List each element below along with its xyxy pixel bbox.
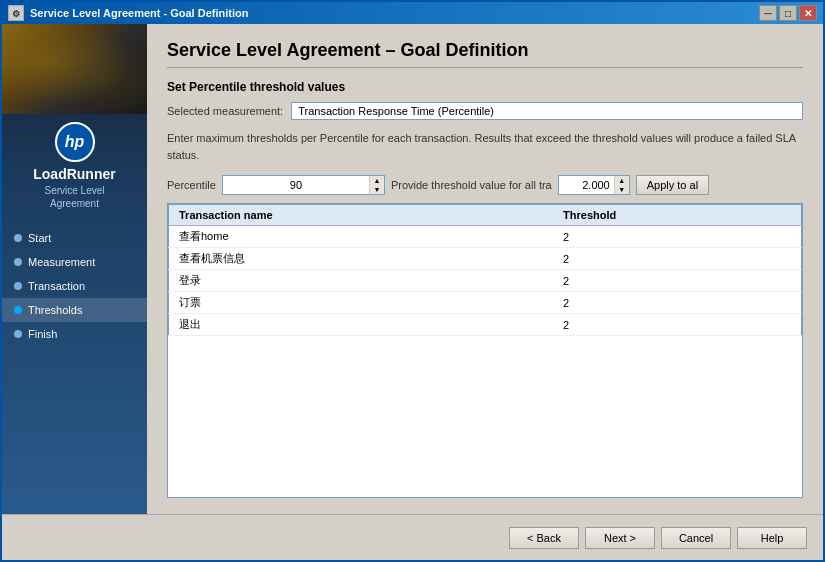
- footer: < Back Next > Cancel Help: [2, 514, 823, 560]
- table-row[interactable]: 查看机票信息2: [169, 248, 802, 270]
- title-bar-controls: ─ □ ✕: [759, 5, 817, 21]
- cell-threshold: 2: [553, 226, 801, 248]
- maximize-button[interactable]: □: [779, 5, 797, 21]
- sidebar: hp LoadRunner Service Level Agreement St…: [2, 24, 147, 514]
- sidebar-item-thresholds[interactable]: Thresholds: [2, 298, 147, 322]
- sidebar-item-measurement[interactable]: Measurement: [2, 250, 147, 274]
- col-header-threshold: Threshold: [553, 205, 801, 226]
- percentile-down-button[interactable]: ▼: [370, 185, 384, 194]
- measurement-row: Selected measurement: Transaction Respon…: [167, 102, 803, 120]
- help-button[interactable]: Help: [737, 527, 807, 549]
- threshold-spinner[interactable]: ▲ ▼: [558, 175, 630, 195]
- data-table: Transaction name Threshold 查看home2查看机票信息…: [168, 204, 802, 336]
- hp-logo: hp: [55, 122, 95, 162]
- section-title: Set Percentile threshold values: [167, 80, 803, 94]
- cell-transaction-name: 退出: [169, 314, 554, 336]
- threshold-spinner-buttons: ▲ ▼: [614, 176, 629, 194]
- table-container: Transaction name Threshold 查看home2查看机票信息…: [167, 203, 803, 498]
- back-button[interactable]: < Back: [509, 527, 579, 549]
- title-bar: ⚙ Service Level Agreement - Goal Definit…: [2, 2, 823, 24]
- window-body: hp LoadRunner Service Level Agreement St…: [2, 24, 823, 514]
- table-header-row: Transaction name Threshold: [169, 205, 802, 226]
- page-title: Service Level Agreement – Goal Definitio…: [167, 40, 803, 68]
- measurement-label: Selected measurement:: [167, 105, 283, 117]
- percentile-spinner-buttons: ▲ ▼: [369, 176, 384, 194]
- sidebar-brand: LoadRunner: [2, 166, 147, 182]
- measurement-value: Transaction Response Time (Percentile): [291, 102, 803, 120]
- window-title: Service Level Agreement - Goal Definitio…: [30, 7, 248, 19]
- nav-dot-thresholds: [14, 306, 22, 314]
- sidebar-item-label-start: Start: [28, 232, 51, 244]
- sidebar-item-finish[interactable]: Finish: [2, 322, 147, 346]
- cell-transaction-name: 订票: [169, 292, 554, 314]
- sidebar-image: [2, 24, 147, 114]
- threshold-up-button[interactable]: ▲: [615, 176, 629, 185]
- sidebar-item-label-thresholds: Thresholds: [28, 304, 82, 316]
- sidebar-item-label-measurement: Measurement: [28, 256, 95, 268]
- percentile-spinner[interactable]: ▲ ▼: [222, 175, 385, 195]
- next-button[interactable]: Next >: [585, 527, 655, 549]
- cell-threshold: 2: [553, 292, 801, 314]
- threshold-input[interactable]: [559, 177, 614, 193]
- percentile-label: Percentile: [167, 179, 216, 191]
- sidebar-subtitle: Service Level Agreement: [2, 184, 147, 210]
- cell-transaction-name: 登录: [169, 270, 554, 292]
- close-button[interactable]: ✕: [799, 5, 817, 21]
- nav-dot-start: [14, 234, 22, 242]
- sidebar-item-transaction[interactable]: Transaction: [2, 274, 147, 298]
- sidebar-item-start[interactable]: Start: [2, 226, 147, 250]
- threshold-down-button[interactable]: ▼: [615, 185, 629, 194]
- cell-threshold: 2: [553, 248, 801, 270]
- table-row[interactable]: 查看home2: [169, 226, 802, 248]
- sidebar-item-label-transaction: Transaction: [28, 280, 85, 292]
- cell-transaction-name: 查看机票信息: [169, 248, 554, 270]
- nav-dot-finish: [14, 330, 22, 338]
- cancel-button[interactable]: Cancel: [661, 527, 731, 549]
- apply-button[interactable]: Apply to al: [636, 175, 709, 195]
- minimize-button[interactable]: ─: [759, 5, 777, 21]
- cell-threshold: 2: [553, 314, 801, 336]
- controls-row: Percentile ▲ ▼ Provide threshold value f…: [167, 175, 803, 195]
- cell-threshold: 2: [553, 270, 801, 292]
- nav-dot-measurement: [14, 258, 22, 266]
- threshold-label: Provide threshold value for all tra: [391, 179, 552, 191]
- sidebar-item-label-finish: Finish: [28, 328, 57, 340]
- sidebar-nav: Start Measurement Transaction Thresholds…: [2, 226, 147, 346]
- nav-dot-transaction: [14, 282, 22, 290]
- cell-transaction-name: 查看home: [169, 226, 554, 248]
- table-row[interactable]: 退出2: [169, 314, 802, 336]
- table-row[interactable]: 登录2: [169, 270, 802, 292]
- percentile-input[interactable]: [223, 177, 369, 193]
- table-row[interactable]: 订票2: [169, 292, 802, 314]
- description-text: Enter maximum thresholds per Percentile …: [167, 130, 803, 163]
- main-content: Service Level Agreement – Goal Definitio…: [147, 24, 823, 514]
- window-icon: ⚙: [8, 5, 24, 21]
- table-body: 查看home2查看机票信息2登录2订票2退出2: [169, 226, 802, 336]
- main-window: ⚙ Service Level Agreement - Goal Definit…: [0, 0, 825, 562]
- col-header-transaction: Transaction name: [169, 205, 554, 226]
- percentile-up-button[interactable]: ▲: [370, 176, 384, 185]
